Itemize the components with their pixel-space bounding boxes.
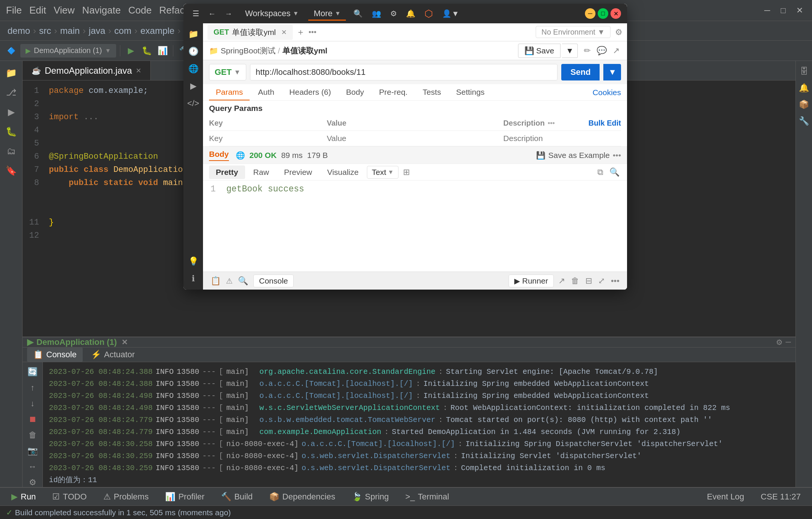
pm-error-icon[interactable]: ⚠	[226, 276, 233, 285]
pm-tab-body[interactable]: Body	[339, 85, 371, 100]
pm-env-settings-icon[interactable]: ⚙	[615, 27, 623, 37]
pm-save-dropdown[interactable]: ▼	[562, 44, 578, 58]
pm-fmt-preview[interactable]: Preview	[277, 165, 319, 179]
right-maven-icon[interactable]: 📦	[797, 98, 811, 111]
pm-text-type-select[interactable]: Text ▼	[367, 166, 398, 179]
pm-tab-options-button[interactable]: •••	[309, 28, 317, 36]
menu-navigate[interactable]: Navigate	[82, 5, 121, 16]
run-scroll-up-button[interactable]: ↑	[26, 381, 39, 395]
sidebar-structure-icon[interactable]: 🗂	[3, 143, 20, 159]
status-tab-spring[interactable]: 🍃 Spring	[347, 490, 394, 503]
bc-java[interactable]: java	[89, 26, 105, 36]
pm-tab-headers[interactable]: Headers (6)	[283, 85, 338, 100]
pm-icon-info[interactable]: ℹ	[186, 272, 200, 286]
pm-tab-tests[interactable]: Tests	[416, 85, 448, 100]
pm-fmt-pretty[interactable]: Pretty	[209, 165, 245, 179]
postman-settings-button[interactable]: ⚙	[387, 8, 400, 20]
pm-edit-icon[interactable]: ✏	[582, 44, 592, 57]
run-configuration-select[interactable]: ▶ DemoApplication (1) ▼	[20, 44, 116, 58]
run-clear-button[interactable]: 🗑	[26, 428, 39, 442]
pm-copy-icon[interactable]: ⧉	[596, 166, 605, 179]
file-tab-close[interactable]: ✕	[136, 67, 141, 75]
toolbar-run-config[interactable]: 🔷	[5, 44, 18, 58]
toolbar-debug-button[interactable]: 🐛	[140, 44, 153, 58]
pm-cookies-button[interactable]: Cookies	[592, 88, 621, 97]
postman-account-button[interactable]: 👤▼	[439, 8, 462, 20]
postman-invite-button[interactable]: 👥	[369, 8, 384, 20]
status-tab-terminal[interactable]: >_ Terminal	[400, 490, 454, 503]
pm-search-resp-icon[interactable]: 🔍	[608, 166, 621, 179]
pm-url-input[interactable]	[250, 64, 557, 80]
pm-icon-environments[interactable]: 🌐	[186, 62, 200, 76]
run-minimize-button[interactable]: ─	[786, 338, 791, 347]
postman-more-button[interactable]: More ▼	[308, 6, 346, 21]
pm-fmt-visualize[interactable]: Visualize	[320, 165, 365, 179]
bc-example[interactable]: example	[140, 26, 174, 36]
window-maximize[interactable]: □	[778, 4, 789, 17]
postman-close[interactable]: ✕	[611, 8, 621, 19]
menu-code[interactable]: Code	[128, 5, 151, 16]
postman-sidebar-toggle[interactable]: ☰	[189, 8, 202, 20]
pm-icon-help[interactable]: 💡	[186, 254, 200, 269]
pm-split-icon[interactable]: ⊟	[584, 275, 594, 287]
postman-minimize[interactable]: ─	[585, 8, 595, 19]
pm-tab-auth[interactable]: Auth	[251, 85, 281, 100]
postman-maximize[interactable]: □	[598, 8, 608, 19]
sidebar-commits-icon[interactable]: ⎇	[3, 84, 20, 101]
params-desc-input[interactable]	[503, 134, 621, 143]
run-camera-button[interactable]: 📷	[26, 444, 39, 458]
file-tab-demoapplication[interactable]: ☕ DemoApplication.java ✕	[23, 61, 151, 80]
tab-actuator[interactable]: ⚡ Actuator	[85, 348, 141, 362]
pm-delete-icon[interactable]: 🗑	[570, 275, 581, 287]
status-tab-dependencies[interactable]: 📦 Dependencies	[264, 490, 341, 503]
bc-com[interactable]: com	[114, 26, 131, 36]
window-minimize[interactable]: ─	[761, 4, 773, 17]
pm-send-dropdown[interactable]: ▼	[603, 64, 621, 80]
postman-bell-button[interactable]: 🔔	[403, 8, 418, 20]
pm-icon-code[interactable]: </>	[186, 96, 200, 111]
run-title-close[interactable]: ✕	[121, 338, 128, 347]
bulk-edit-button[interactable]: Bulk Edit	[588, 119, 621, 127]
status-tab-profiler[interactable]: 📊 Profiler	[160, 490, 210, 503]
pm-tab-params[interactable]: Params	[209, 85, 250, 100]
run-stop-button[interactable]: ⏹	[26, 413, 39, 426]
window-close[interactable]: ✕	[793, 4, 806, 17]
toolbar-profile-button[interactable]: 📊	[156, 44, 169, 58]
pm-send-button[interactable]: Send	[561, 64, 600, 80]
pm-save-button[interactable]: 💾 Save	[518, 44, 561, 58]
pm-search-bottom-icon[interactable]: 🔍	[236, 275, 250, 287]
status-tab-problems[interactable]: ⚠ Problems	[98, 490, 154, 503]
right-notifications-icon[interactable]: 🔔	[797, 81, 811, 95]
postman-workspaces-button[interactable]: Workspaces ▼	[240, 6, 304, 21]
postman-forward-button[interactable]: →	[222, 8, 235, 20]
sidebar-debug-icon[interactable]: 🐛	[3, 123, 20, 140]
toolbar-run-button[interactable]: ▶	[124, 44, 138, 58]
sidebar-project-icon[interactable]: 📁	[3, 65, 20, 81]
run-restart-button[interactable]: 🔄	[26, 365, 39, 379]
status-tab-build[interactable]: 🔨 Build	[216, 490, 258, 503]
right-gradle-icon[interactable]: 🔧	[797, 114, 811, 128]
postman-search-button[interactable]: 🔍	[350, 8, 366, 20]
tab-console[interactable]: 📋 Console	[27, 348, 83, 362]
run-settings-button[interactable]: ⚙	[776, 338, 783, 347]
bc-src[interactable]: src	[39, 26, 51, 36]
pm-fmt-raw[interactable]: Raw	[247, 165, 276, 179]
pm-console-button[interactable]: Console	[253, 275, 294, 287]
pm-runner-button[interactable]: ▶ Runner	[509, 275, 554, 287]
params-value-input[interactable]	[327, 134, 503, 143]
postman-back-button[interactable]: ←	[205, 8, 219, 20]
pm-tab-prereq[interactable]: Pre-req.	[372, 85, 414, 100]
bc-demo[interactable]: demo	[8, 26, 30, 36]
pm-expand-icon[interactable]: ⤢	[597, 275, 606, 287]
pm-share-bottom-icon[interactable]: ↗	[557, 275, 567, 287]
status-tab-todo[interactable]: ☑ TODO	[47, 490, 92, 503]
pm-tab-close-icon[interactable]: ✕	[281, 28, 287, 36]
menu-file[interactable]: File	[6, 5, 22, 16]
menu-edit[interactable]: Edit	[29, 5, 46, 16]
pm-share-icon[interactable]: ↗	[611, 44, 621, 57]
run-gear2-button[interactable]: ⚙	[26, 476, 39, 487]
pm-icon-history[interactable]: 🕐	[186, 44, 200, 59]
pm-filter-icon[interactable]: ⊞	[403, 167, 410, 177]
sidebar-bookmark-icon[interactable]: 🔖	[3, 162, 20, 179]
menu-view[interactable]: View	[54, 5, 75, 16]
